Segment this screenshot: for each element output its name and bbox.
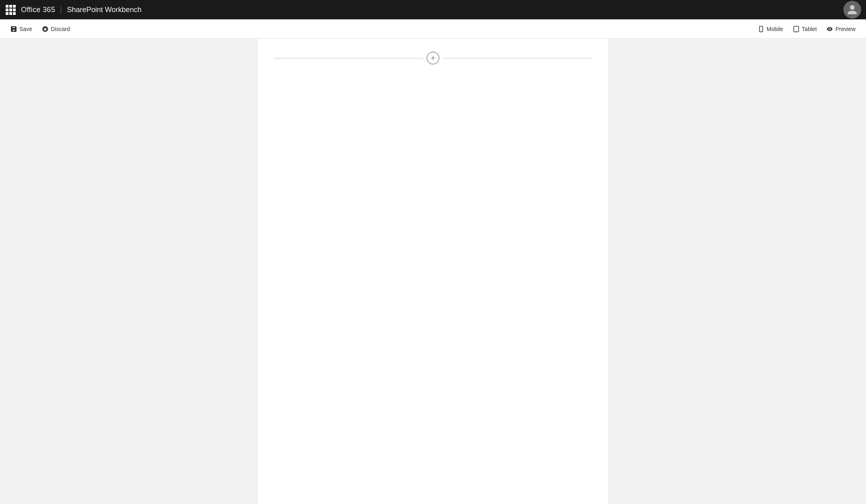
preview-button[interactable]: Preview: [822, 23, 860, 35]
user-icon: [847, 4, 858, 15]
mobile-label: Mobile: [767, 26, 783, 32]
top-nav: Office 365 | SharePoint Workbench: [0, 0, 866, 19]
discard-label: Discard: [51, 26, 70, 32]
save-label: Save: [19, 26, 32, 32]
add-line-left: [274, 58, 423, 58]
waffle-icon: [6, 5, 16, 15]
preview-icon: [826, 26, 833, 32]
svg-point-1: [761, 30, 761, 31]
toolbar: Save Discard Mobile Tablet Preview: [0, 19, 866, 39]
page-name: SharePoint Workbench: [67, 6, 142, 14]
save-button[interactable]: Save: [6, 23, 36, 35]
add-webpart-row: +: [257, 52, 609, 65]
main-content: +: [0, 39, 866, 504]
discard-button[interactable]: Discard: [38, 23, 74, 35]
waffle-menu-button[interactable]: [3, 2, 18, 17]
app-name: Office 365: [21, 6, 55, 14]
canvas-area: +: [257, 39, 609, 504]
toolbar-right: Mobile Tablet Preview: [754, 23, 860, 35]
add-webpart-button[interactable]: +: [427, 52, 439, 65]
mobile-icon: [758, 26, 764, 32]
discard-icon: [42, 26, 48, 32]
tablet-label: Tablet: [802, 26, 817, 32]
save-icon: [10, 26, 17, 32]
nav-divider: |: [60, 5, 62, 15]
user-avatar[interactable]: [843, 1, 861, 19]
add-webpart-icon: +: [431, 54, 435, 62]
svg-point-3: [796, 30, 797, 31]
preview-label: Preview: [835, 26, 856, 32]
mobile-button[interactable]: Mobile: [754, 23, 787, 35]
tablet-icon: [793, 26, 799, 32]
tablet-button[interactable]: Tablet: [789, 23, 821, 35]
add-line-right: [443, 58, 592, 58]
